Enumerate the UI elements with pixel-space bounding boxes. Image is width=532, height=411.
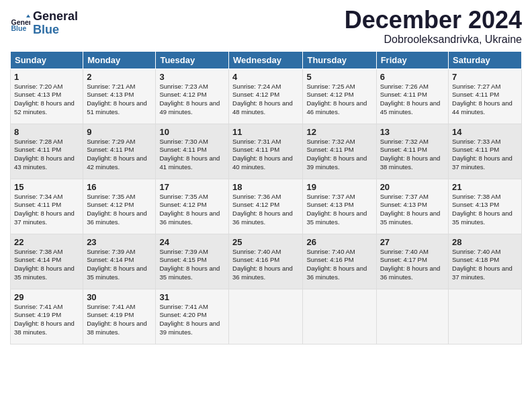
table-row: 22Sunrise: 7:38 AM Sunset: 4:14 PM Dayli… [11, 234, 83, 289]
table-row: 3Sunrise: 7:23 AM Sunset: 4:12 PM Daylig… [156, 68, 229, 124]
table-row: 18Sunrise: 7:36 AM Sunset: 4:12 PM Dayli… [229, 179, 303, 234]
day-number: 13 [380, 127, 445, 137]
day-number: 31 [159, 292, 225, 302]
table-row: 25Sunrise: 7:40 AM Sunset: 4:16 PM Dayli… [229, 234, 303, 289]
table-row: 4Sunrise: 7:24 AM Sunset: 4:12 PM Daylig… [229, 68, 303, 124]
calendar-week-row: 22Sunrise: 7:38 AM Sunset: 4:14 PM Dayli… [11, 234, 522, 289]
day-number: 25 [232, 237, 299, 247]
day-info: Sunrise: 7:40 AM Sunset: 4:16 PM Dayligh… [306, 248, 372, 282]
svg-text:Blue: Blue [11, 24, 27, 32]
day-number: 29 [14, 292, 79, 302]
day-number: 24 [159, 237, 225, 247]
logo-icon: General Blue [10, 13, 30, 34]
day-number: 3 [159, 72, 225, 82]
col-saturday: Saturday [449, 51, 522, 68]
table-row: 23Sunrise: 7:39 AM Sunset: 4:14 PM Dayli… [83, 234, 156, 289]
day-info: Sunrise: 7:33 AM Sunset: 4:11 PM Dayligh… [452, 138, 518, 172]
table-row: 9Sunrise: 7:29 AM Sunset: 4:11 PM Daylig… [83, 124, 156, 179]
day-number: 5 [306, 72, 372, 82]
day-number: 30 [87, 292, 152, 302]
day-number: 15 [14, 182, 79, 192]
day-number: 7 [452, 72, 518, 82]
day-info: Sunrise: 7:40 AM Sunset: 4:17 PM Dayligh… [380, 248, 445, 282]
table-row: 1Sunrise: 7:20 AM Sunset: 4:13 PM Daylig… [11, 68, 83, 124]
table-row: 11Sunrise: 7:31 AM Sunset: 4:11 PM Dayli… [229, 124, 303, 179]
table-row: 24Sunrise: 7:39 AM Sunset: 4:15 PM Dayli… [156, 234, 229, 289]
day-info: Sunrise: 7:28 AM Sunset: 4:11 PM Dayligh… [14, 138, 79, 172]
calendar-table: Sunday Monday Tuesday Wednesday Thursday… [10, 51, 522, 345]
calendar-week-row: 1Sunrise: 7:20 AM Sunset: 4:13 PM Daylig… [11, 68, 522, 124]
day-number: 4 [232, 72, 299, 82]
day-info: Sunrise: 7:26 AM Sunset: 4:11 PM Dayligh… [380, 83, 445, 117]
svg-marker-2 [26, 14, 30, 17]
location-title: Dobrooleksandrivka, Ukraine [345, 34, 522, 46]
day-number: 1 [14, 72, 79, 82]
day-info: Sunrise: 7:37 AM Sunset: 4:13 PM Dayligh… [380, 193, 445, 227]
table-row: 30Sunrise: 7:41 AM Sunset: 4:19 PM Dayli… [83, 289, 156, 344]
day-info: Sunrise: 7:36 AM Sunset: 4:12 PM Dayligh… [232, 193, 299, 227]
table-row: 6Sunrise: 7:26 AM Sunset: 4:11 PM Daylig… [376, 68, 448, 124]
day-info: Sunrise: 7:24 AM Sunset: 4:12 PM Dayligh… [232, 83, 299, 117]
day-info: Sunrise: 7:31 AM Sunset: 4:11 PM Dayligh… [232, 138, 299, 172]
col-sunday: Sunday [11, 51, 83, 68]
table-row: 19Sunrise: 7:37 AM Sunset: 4:13 PM Dayli… [303, 179, 376, 234]
day-number: 23 [87, 237, 152, 247]
day-info: Sunrise: 7:23 AM Sunset: 4:12 PM Dayligh… [159, 83, 225, 117]
day-info: Sunrise: 7:37 AM Sunset: 4:13 PM Dayligh… [306, 193, 372, 227]
header-row: Sunday Monday Tuesday Wednesday Thursday… [11, 51, 522, 68]
table-row [229, 289, 303, 344]
table-row: 12Sunrise: 7:32 AM Sunset: 4:11 PM Dayli… [303, 124, 376, 179]
month-title: December 2024 [345, 7, 522, 34]
logo: General Blue General Blue [10, 10, 78, 37]
day-info: Sunrise: 7:34 AM Sunset: 4:11 PM Dayligh… [14, 193, 79, 227]
calendar-container: General Blue General Blue December 2024 … [0, 0, 532, 351]
day-number: 14 [452, 127, 518, 137]
table-row: 7Sunrise: 7:27 AM Sunset: 4:11 PM Daylig… [449, 68, 522, 124]
day-number: 19 [306, 182, 372, 192]
col-thursday: Thursday [303, 51, 376, 68]
table-row: 15Sunrise: 7:34 AM Sunset: 4:11 PM Dayli… [11, 179, 83, 234]
day-info: Sunrise: 7:41 AM Sunset: 4:20 PM Dayligh… [159, 303, 225, 337]
table-row: 20Sunrise: 7:37 AM Sunset: 4:13 PM Dayli… [376, 179, 448, 234]
day-info: Sunrise: 7:35 AM Sunset: 4:12 PM Dayligh… [159, 193, 225, 227]
day-info: Sunrise: 7:38 AM Sunset: 4:14 PM Dayligh… [14, 248, 79, 282]
col-tuesday: Tuesday [156, 51, 229, 68]
day-number: 18 [232, 182, 299, 192]
day-number: 28 [452, 237, 518, 247]
day-info: Sunrise: 7:20 AM Sunset: 4:13 PM Dayligh… [14, 83, 79, 117]
col-monday: Monday [83, 51, 156, 68]
table-row: 8Sunrise: 7:28 AM Sunset: 4:11 PM Daylig… [11, 124, 83, 179]
calendar-week-row: 29Sunrise: 7:41 AM Sunset: 4:19 PM Dayli… [11, 289, 522, 344]
day-info: Sunrise: 7:40 AM Sunset: 4:16 PM Dayligh… [232, 248, 299, 282]
table-row: 29Sunrise: 7:41 AM Sunset: 4:19 PM Dayli… [11, 289, 83, 344]
day-number: 20 [380, 182, 445, 192]
table-row [303, 289, 376, 344]
table-row: 2Sunrise: 7:21 AM Sunset: 4:13 PM Daylig… [83, 68, 156, 124]
col-friday: Friday [376, 51, 448, 68]
day-info: Sunrise: 7:27 AM Sunset: 4:11 PM Dayligh… [452, 83, 518, 117]
table-row: 10Sunrise: 7:30 AM Sunset: 4:11 PM Dayli… [156, 124, 229, 179]
calendar-week-row: 15Sunrise: 7:34 AM Sunset: 4:11 PM Dayli… [11, 179, 522, 234]
day-info: Sunrise: 7:25 AM Sunset: 4:12 PM Dayligh… [306, 83, 372, 117]
day-info: Sunrise: 7:38 AM Sunset: 4:13 PM Dayligh… [452, 193, 518, 227]
day-info: Sunrise: 7:41 AM Sunset: 4:19 PM Dayligh… [87, 303, 152, 337]
day-number: 26 [306, 237, 372, 247]
title-block: December 2024 Dobrooleksandrivka, Ukrain… [345, 7, 522, 46]
day-number: 8 [14, 127, 79, 137]
day-number: 22 [14, 237, 79, 247]
table-row: 14Sunrise: 7:33 AM Sunset: 4:11 PM Dayli… [449, 124, 522, 179]
col-wednesday: Wednesday [229, 51, 303, 68]
day-info: Sunrise: 7:32 AM Sunset: 4:11 PM Dayligh… [306, 138, 372, 172]
table-row: 16Sunrise: 7:35 AM Sunset: 4:12 PM Dayli… [83, 179, 156, 234]
table-row [376, 289, 448, 344]
table-row: 31Sunrise: 7:41 AM Sunset: 4:20 PM Dayli… [156, 289, 229, 344]
day-info: Sunrise: 7:30 AM Sunset: 4:11 PM Dayligh… [159, 138, 225, 172]
day-info: Sunrise: 7:29 AM Sunset: 4:11 PM Dayligh… [87, 138, 152, 172]
day-number: 27 [380, 237, 445, 247]
day-info: Sunrise: 7:21 AM Sunset: 4:13 PM Dayligh… [87, 83, 152, 117]
table-row: 26Sunrise: 7:40 AM Sunset: 4:16 PM Dayli… [303, 234, 376, 289]
table-row: 21Sunrise: 7:38 AM Sunset: 4:13 PM Dayli… [449, 179, 522, 234]
day-info: Sunrise: 7:35 AM Sunset: 4:12 PM Dayligh… [87, 193, 152, 227]
day-number: 10 [159, 127, 225, 137]
table-row: 17Sunrise: 7:35 AM Sunset: 4:12 PM Dayli… [156, 179, 229, 234]
